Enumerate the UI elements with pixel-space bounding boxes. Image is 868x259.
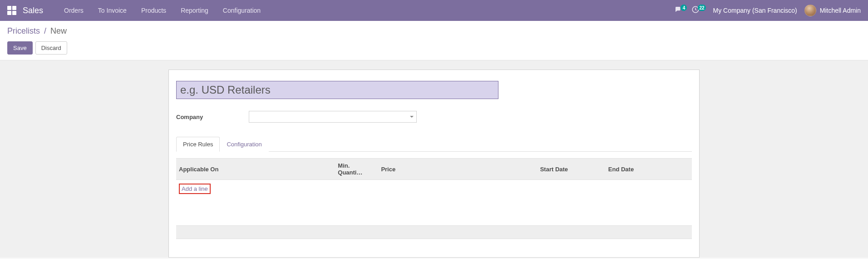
pricelist-name-input[interactable] <box>176 81 498 99</box>
avatar <box>804 5 816 16</box>
col-end-date[interactable]: End Date <box>606 159 674 180</box>
nav-orders[interactable]: Orders <box>57 7 91 14</box>
tab-configuration[interactable]: Configuration <box>220 137 268 152</box>
tab-price-rules[interactable]: Price Rules <box>176 137 220 152</box>
form-area: Company Price Rules Configuration Applic… <box>0 60 868 258</box>
app-title[interactable]: Sales <box>23 6 43 15</box>
company-switcher[interactable]: My Company (San Francisco) <box>713 7 797 14</box>
add-line-button[interactable]: Add a line <box>179 184 211 194</box>
col-start-date[interactable]: Start Date <box>538 159 606 180</box>
price-rules-table: Applicable On Min. Quanti… Price Start D… <box>176 158 692 212</box>
breadcrumb: Pricelists / New <box>7 26 861 36</box>
discard-button[interactable]: Discard <box>35 41 67 55</box>
table-row <box>176 198 692 212</box>
nav-configuration[interactable]: Configuration <box>216 7 268 14</box>
nav-reporting[interactable]: Reporting <box>173 7 216 14</box>
form-sheet: Company Price Rules Configuration Applic… <box>168 70 700 258</box>
nav-right: 4 22 My Company (San Francisco) Mitchell… <box>674 5 861 16</box>
save-button[interactable]: Save <box>7 41 33 55</box>
messages-button[interactable]: 4 <box>674 5 687 15</box>
apps-icon[interactable] <box>7 6 16 15</box>
table-footer <box>176 225 692 239</box>
systray-icons: 4 22 <box>674 5 705 15</box>
top-navbar: Sales Orders To Invoice Products Reporti… <box>0 0 868 21</box>
activities-badge: 22 <box>698 5 705 11</box>
breadcrumb-separator: / <box>44 26 46 35</box>
tabs: Price Rules Configuration <box>176 136 692 152</box>
messages-badge: 4 <box>681 5 687 11</box>
add-line-label: Add a line <box>182 185 208 192</box>
col-price[interactable]: Price <box>378 159 537 180</box>
nav-left: Sales Orders To Invoice Products Reporti… <box>7 6 674 15</box>
action-buttons: Save Discard <box>7 41 861 55</box>
col-min-quantity[interactable]: Min. Quanti… <box>335 159 378 180</box>
breadcrumb-current: New <box>50 26 67 35</box>
table-header-row: Applicable On Min. Quanti… Price Start D… <box>176 159 692 180</box>
col-applicable-on[interactable]: Applicable On <box>176 159 335 180</box>
user-name: Mitchell Admin <box>820 7 861 14</box>
company-row: Company <box>176 111 692 123</box>
table-row: Add a line <box>176 180 692 198</box>
chevron-down-icon <box>410 116 414 118</box>
user-menu[interactable]: Mitchell Admin <box>804 5 861 16</box>
nav-to-invoice[interactable]: To Invoice <box>91 7 134 14</box>
activities-button[interactable]: 22 <box>691 5 705 15</box>
breadcrumb-parent[interactable]: Pricelists <box>7 26 40 35</box>
col-handle <box>674 159 692 180</box>
company-label: Company <box>176 114 249 120</box>
control-panel: Pricelists / New Save Discard <box>0 21 868 60</box>
nav-products[interactable]: Products <box>134 7 173 14</box>
company-select[interactable] <box>249 111 417 123</box>
